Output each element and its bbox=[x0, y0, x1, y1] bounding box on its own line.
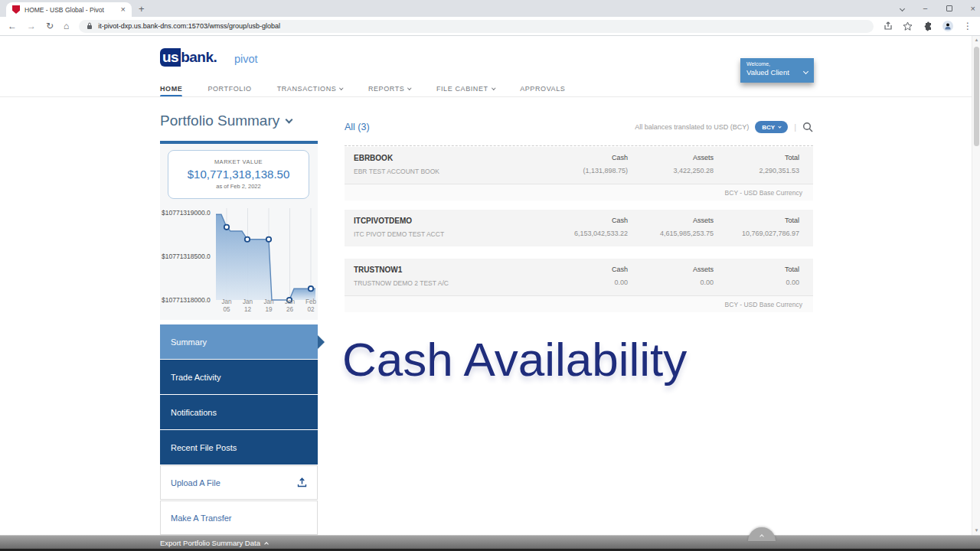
browser-tab[interactable]: HOME - USB Global - Pivot × bbox=[6, 2, 132, 17]
sidebar-item-trade-activity[interactable]: Trade Activity bbox=[160, 360, 318, 394]
export-bar: Export Portfolio Summary Data bbox=[0, 535, 980, 549]
sidebar-item-notifications[interactable]: Notifications bbox=[160, 395, 318, 429]
refresh-icon[interactable]: ↻ bbox=[46, 21, 54, 31]
cash-column-header: Cash bbox=[542, 154, 628, 161]
welcome-user-menu[interactable]: Welcome, Valued Client bbox=[740, 58, 814, 83]
filter-all-link[interactable]: All (3) bbox=[345, 122, 370, 132]
search-icon[interactable] bbox=[802, 122, 813, 132]
account-description: ITC PIVOT DEMO TEST ACCT bbox=[354, 230, 542, 238]
total-value: 2,290,351.53 bbox=[714, 167, 799, 174]
scroll-up-icon[interactable]: ▲ bbox=[974, 37, 979, 43]
sidebar-item-make-a-transfer[interactable]: Make A Transfer bbox=[160, 500, 318, 535]
total-column-header: Total bbox=[714, 217, 799, 224]
account-row-ebrbook[interactable]: EBRBOOK EBR TEST ACCOUNT BOOK Cash (1,13… bbox=[345, 147, 813, 184]
home-icon[interactable]: ⌂ bbox=[64, 21, 69, 31]
svg-text:05: 05 bbox=[223, 306, 230, 313]
cash-value: 0.00 bbox=[542, 279, 628, 286]
minimize-button[interactable]: − bbox=[923, 4, 927, 13]
market-value-card: MARKET VALUE $10,771,318,138.50 as of Fe… bbox=[168, 150, 309, 199]
scrollbar-thumb[interactable] bbox=[974, 47, 979, 146]
url-text: it-pivot-dxp.us.bank-dns.com:15703/wmss/… bbox=[98, 22, 280, 30]
tab-search-chevron-icon[interactable] bbox=[900, 5, 905, 11]
chevron-down-icon bbox=[492, 86, 495, 90]
svg-text:$10771319000.0: $10771319000.0 bbox=[162, 209, 211, 217]
currency-selector-button[interactable]: BCY bbox=[755, 121, 788, 133]
close-window-button[interactable]: × bbox=[971, 4, 975, 13]
data-point[interactable] bbox=[309, 286, 313, 291]
svg-text:12: 12 bbox=[244, 306, 252, 313]
lock-icon bbox=[87, 22, 93, 30]
list-divider bbox=[345, 145, 813, 146]
svg-text:$10771318000.0: $10771318000.0 bbox=[162, 296, 211, 304]
cash-availability-title: Cash Availability bbox=[342, 332, 802, 386]
back-icon[interactable]: ← bbox=[8, 21, 17, 31]
svg-text:Feb: Feb bbox=[305, 298, 317, 305]
logo-us-mark: us bbox=[160, 48, 181, 67]
market-value-chart: $10771319000.0$10771318500.0$10771318000… bbox=[160, 202, 318, 318]
page-scrollbar[interactable]: ▲ ▼ bbox=[972, 36, 980, 535]
market-value-panel: MARKET VALUE $10,771,318,138.50 as of Fe… bbox=[160, 144, 318, 320]
data-point[interactable] bbox=[224, 225, 229, 230]
window-controls: − × bbox=[900, 0, 975, 17]
logo-bank-mark: bank. bbox=[181, 49, 217, 65]
chevron-down-icon bbox=[340, 86, 344, 90]
base-currency-footnote: BCY - USD Base Currency bbox=[345, 295, 813, 312]
cash-column-header: Cash bbox=[542, 266, 628, 273]
sidebar-item-upload-a-file[interactable]: Upload A File bbox=[160, 465, 318, 500]
account-description: TRUSTNOW DEMO 2 TEST A/C bbox=[354, 279, 542, 287]
assets-value: 3,422,250.28 bbox=[628, 167, 714, 174]
account-row-trustnow1[interactable]: TRUSTNOW1 TRUSTNOW DEMO 2 TEST A/C Cash … bbox=[345, 259, 813, 295]
assets-column-header: Assets bbox=[628, 266, 714, 273]
cash-value: (1,131,898.75) bbox=[542, 167, 628, 174]
svg-text:02: 02 bbox=[307, 306, 315, 313]
usbank-shield-favicon bbox=[12, 5, 20, 14]
scroll-down-icon[interactable]: ▼ bbox=[974, 528, 979, 533]
chevron-down-icon bbox=[408, 86, 412, 90]
data-point[interactable] bbox=[245, 237, 250, 242]
chevron-up-icon bbox=[760, 534, 764, 539]
profile-avatar[interactable] bbox=[942, 21, 953, 31]
divider: | bbox=[794, 122, 796, 132]
svg-text:Jan: Jan bbox=[243, 298, 253, 305]
svg-text:Jan: Jan bbox=[221, 298, 232, 305]
user-name: Valued Client bbox=[746, 68, 789, 77]
upload-icon bbox=[297, 478, 307, 487]
product-name: pivot bbox=[234, 53, 258, 65]
chevron-down-icon bbox=[286, 116, 293, 123]
bookmark-star-icon[interactable] bbox=[903, 21, 913, 31]
total-column-header: Total bbox=[714, 266, 799, 273]
svg-text:26: 26 bbox=[286, 306, 294, 313]
account-row-itcpivotdemo[interactable]: ITCPIVOTDEMO ITC PIVOT DEMO TEST ACCT Ca… bbox=[345, 210, 813, 246]
account-name: TRUSTNOW1 bbox=[354, 266, 542, 274]
cash-value: 6,153,042,533.22 bbox=[542, 230, 628, 237]
sidebar-item-summary[interactable]: Summary bbox=[160, 324, 318, 359]
total-value: 10,769,027,786.97 bbox=[714, 230, 799, 237]
tab-title: HOME - USB Global - Pivot bbox=[24, 6, 116, 14]
toolbar-icons: ⋮ bbox=[884, 21, 972, 31]
sidebar-item-recent-file-posts[interactable]: Recent File Posts bbox=[160, 430, 318, 465]
page-title: Portfolio Summary bbox=[160, 112, 279, 129]
translated-note: All balances translated to USD (BCY) bbox=[635, 123, 749, 131]
assets-column-header: Assets bbox=[628, 217, 714, 224]
url-bar[interactable]: it-pivot-dxp.us.bank-dns.com:15703/wmss/… bbox=[79, 20, 874, 33]
forward-icon[interactable]: → bbox=[27, 21, 36, 31]
browser-menu-icon[interactable]: ⋮ bbox=[963, 21, 972, 31]
extensions-puzzle-icon[interactable] bbox=[923, 21, 933, 31]
share-icon[interactable] bbox=[884, 21, 893, 31]
chevron-up-icon bbox=[264, 542, 269, 546]
area-chart-svg: $10771319000.0$10771318500.0$10771318000… bbox=[160, 202, 318, 318]
account-name: ITCPIVOTDEMO bbox=[354, 217, 542, 225]
header-divider bbox=[0, 96, 980, 97]
account-name: EBRBOOK bbox=[354, 154, 542, 162]
data-point[interactable] bbox=[266, 237, 271, 242]
portfolio-summary-dropdown[interactable]: Portfolio Summary bbox=[160, 112, 292, 129]
screen: HOME - USB Global - Pivot × + − × ← → ↻ … bbox=[0, 0, 980, 551]
export-portfolio-summary-button[interactable]: Export Portfolio Summary Data bbox=[160, 539, 268, 547]
restore-button[interactable] bbox=[946, 5, 952, 11]
tab-close-icon[interactable]: × bbox=[121, 5, 126, 14]
expand-handle-button[interactable] bbox=[748, 527, 776, 541]
welcome-label: Welcome, bbox=[746, 61, 808, 67]
account-description: EBR TEST ACCOUNT BOOK bbox=[354, 168, 542, 175]
new-tab-button[interactable]: + bbox=[139, 3, 145, 15]
account-list: EBRBOOK EBR TEST ACCOUNT BOOK Cash (1,13… bbox=[345, 147, 813, 312]
